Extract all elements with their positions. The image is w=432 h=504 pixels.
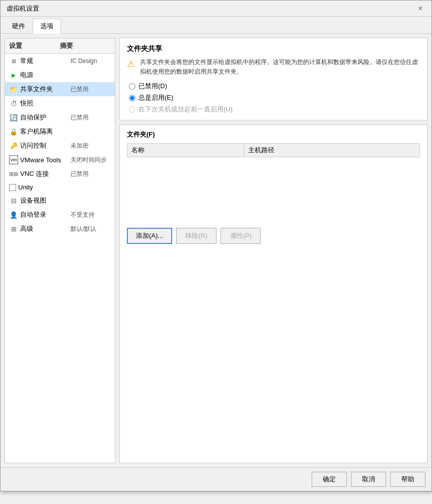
- sidebar-item-vnc[interactable]: ⊞⊞ VNC 连接 已禁用: [5, 167, 115, 181]
- isolation-icon: 🔒: [9, 127, 18, 136]
- access-value: 未加密: [70, 142, 111, 150]
- sidebar-item-deviceview[interactable]: ⊟ 设备视图: [5, 194, 115, 208]
- radio-untilshutdown-input: [129, 106, 135, 113]
- left-panel-header: 设置 摘要: [5, 38, 115, 54]
- info-box: 文件夹共享 ⚠ 共享文件夹会将您的文件显示给虚拟机中的程序。这可能为您的计算机和…: [119, 38, 427, 120]
- radio-group: 已禁用(D) 总是启用(E) 在下次关机或挂起前一直启用(U): [127, 82, 420, 114]
- folder-table-body: [127, 157, 420, 224]
- folder-table: 名称 主机路径: [127, 143, 420, 224]
- isolation-label: 客户机隔离: [20, 127, 70, 136]
- info-box-body: ⚠ 共享文件夹会将您的文件显示给虚拟机中的程序。这可能为您的计算机和数据带来风险…: [127, 57, 420, 77]
- autoprotect-value: 已禁用: [70, 113, 111, 122]
- sidebar-item-snapshot[interactable]: ⏱ 快照: [5, 96, 115, 110]
- vmwaretools-icon: vm: [9, 155, 18, 164]
- vm-settings-dialog: 虚拟机设置 × 硬件 选项 设置 摘要 ⊞ 常规 IC Design ▶ 电源: [0, 0, 432, 491]
- help-button[interactable]: 帮助: [390, 472, 425, 487]
- vmwaretools-label: VMware Tools: [20, 156, 70, 164]
- confirm-button[interactable]: 确定: [312, 472, 347, 487]
- normal-icon: ⊞: [9, 56, 18, 66]
- radio-untilshutdown: 在下次关机或挂起前一直启用(U): [129, 105, 420, 114]
- radio-alwayson-input[interactable]: [129, 95, 135, 101]
- snapshot-label: 快照: [20, 99, 70, 108]
- sidebar-item-vmwaretools[interactable]: vm VMware Tools 关闭时间同步: [5, 153, 115, 167]
- advanced-label: 高级: [20, 224, 70, 233]
- radio-alwayson[interactable]: 总是启用(E): [129, 93, 420, 102]
- info-box-title: 文件夹共享: [127, 44, 420, 53]
- autologon-label: 自动登录: [20, 210, 70, 219]
- properties-button[interactable]: 属性(P): [221, 228, 261, 244]
- sidebar-item-autologon[interactable]: 👤 自动登录 不受支持: [5, 208, 115, 222]
- close-button[interactable]: ×: [415, 4, 425, 14]
- title-bar: 虚拟机设置 ×: [1, 1, 431, 17]
- dialog-title: 虚拟机设置: [7, 4, 39, 13]
- shared-value: 已禁用: [70, 85, 111, 94]
- folder-box: 文件夹(F) 名称 主机路径 添加(A)... 移除(R) 属性(P): [119, 124, 427, 463]
- tab-hardware[interactable]: 硬件: [5, 19, 33, 33]
- access-label: 访问控制: [20, 141, 70, 150]
- sidebar-item-advanced[interactable]: ⊞ 高级 默认/默认: [5, 222, 115, 236]
- vmwaretools-value: 关闭时间同步: [70, 156, 111, 164]
- cancel-button[interactable]: 取消: [351, 472, 386, 487]
- radio-disabled[interactable]: 已禁用(D): [129, 82, 420, 91]
- tab-options[interactable]: 选项: [33, 19, 61, 34]
- remove-button[interactable]: 移除(R): [176, 228, 217, 244]
- power-label: 电源: [20, 71, 70, 80]
- col-settings-label: 设置: [9, 41, 60, 50]
- folder-box-title: 文件夹(F): [127, 130, 420, 139]
- power-icon: ▶: [9, 71, 18, 80]
- sidebar-item-access[interactable]: 🔑 访问控制 未加密: [5, 139, 115, 153]
- sidebar-item-isolation[interactable]: 🔒 客户机隔离: [5, 124, 115, 139]
- folder-actions: 添加(A)... 移除(R) 属性(P): [127, 228, 420, 244]
- vnc-label: VNC 连接: [20, 169, 70, 178]
- normal-value: IC Design: [70, 57, 111, 65]
- snapshot-icon: ⏱: [9, 99, 18, 108]
- shared-icon: 📁: [9, 85, 18, 94]
- add-button[interactable]: 添加(A)...: [127, 228, 172, 244]
- bottom-bar: 确定 取消 帮助: [1, 467, 431, 491]
- shared-label: 共享文件夹: [20, 85, 70, 94]
- sidebar-item-autoprotect[interactable]: 🔄 自动保护 已禁用: [5, 110, 115, 124]
- deviceview-icon: ⊟: [9, 196, 18, 205]
- autoprotect-label: 自动保护: [20, 113, 70, 122]
- info-box-text: 共享文件夹会将您的文件显示给虚拟机中的程序。这可能为您的计算机和数据带来风险。请…: [140, 57, 420, 77]
- deviceview-label: 设备视图: [20, 196, 70, 205]
- unity-label: Unity: [18, 183, 68, 191]
- left-panel: 设置 摘要 ⊞ 常规 IC Design ▶ 电源 📁 共享文件夹 已禁用 ⏱: [5, 38, 115, 463]
- tabs-bar: 硬件 选项: [1, 17, 431, 34]
- autologon-icon: 👤: [9, 210, 18, 219]
- unity-icon: [9, 184, 16, 191]
- advanced-icon: ⊞: [9, 224, 18, 233]
- warning-icon: ⚠: [127, 58, 135, 77]
- vnc-icon: ⊞⊞: [9, 169, 18, 178]
- radio-disabled-input[interactable]: [129, 83, 135, 90]
- radio-disabled-label: 已禁用(D): [138, 82, 167, 91]
- folder-col-path: 主机路径: [244, 144, 420, 157]
- vnc-value: 已禁用: [70, 170, 111, 178]
- sidebar-item-unity[interactable]: Unity: [5, 181, 115, 194]
- access-icon: 🔑: [9, 141, 18, 150]
- radio-alwayson-label: 总是启用(E): [138, 93, 173, 102]
- content-area: 设置 摘要 ⊞ 常规 IC Design ▶ 电源 📁 共享文件夹 已禁用 ⏱: [1, 34, 431, 467]
- col-summary-label: 摘要: [60, 41, 111, 50]
- folder-col-name: 名称: [127, 144, 244, 157]
- autologon-value: 不受支持: [70, 211, 111, 219]
- sidebar-item-shared[interactable]: 📁 共享文件夹 已禁用: [5, 82, 115, 96]
- normal-label: 常规: [20, 56, 70, 66]
- right-panel: 文件夹共享 ⚠ 共享文件夹会将您的文件显示给虚拟机中的程序。这可能为您的计算机和…: [119, 38, 427, 463]
- radio-untilshutdown-label: 在下次关机或挂起前一直启用(U): [138, 105, 233, 114]
- autoprotect-icon: 🔄: [9, 113, 18, 122]
- advanced-value: 默认/默认: [70, 225, 111, 233]
- sidebar-item-power[interactable]: ▶ 电源: [5, 68, 115, 82]
- sidebar-item-normal[interactable]: ⊞ 常规 IC Design: [5, 54, 115, 68]
